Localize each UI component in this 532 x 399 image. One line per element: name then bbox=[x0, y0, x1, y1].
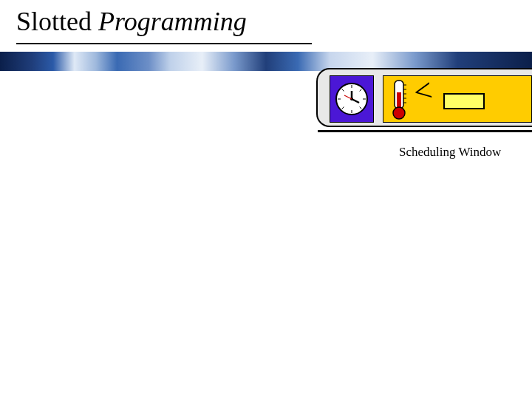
scheduling-window-label: Scheduling Window bbox=[399, 145, 501, 160]
title-underline bbox=[16, 43, 312, 44]
title-word-1: Slotted bbox=[16, 7, 98, 36]
clock-icon bbox=[335, 82, 369, 116]
clock-module bbox=[330, 75, 374, 123]
result-box bbox=[443, 93, 485, 109]
slide: Slotted Programming bbox=[0, 0, 532, 399]
page-title: Slotted Programming bbox=[16, 6, 247, 37]
svg-rect-14 bbox=[397, 92, 401, 109]
thermometer-icon bbox=[391, 79, 407, 120]
panel-baseline bbox=[318, 130, 532, 132]
svg-point-15 bbox=[393, 107, 405, 119]
title-word-2: Programming bbox=[98, 7, 247, 36]
